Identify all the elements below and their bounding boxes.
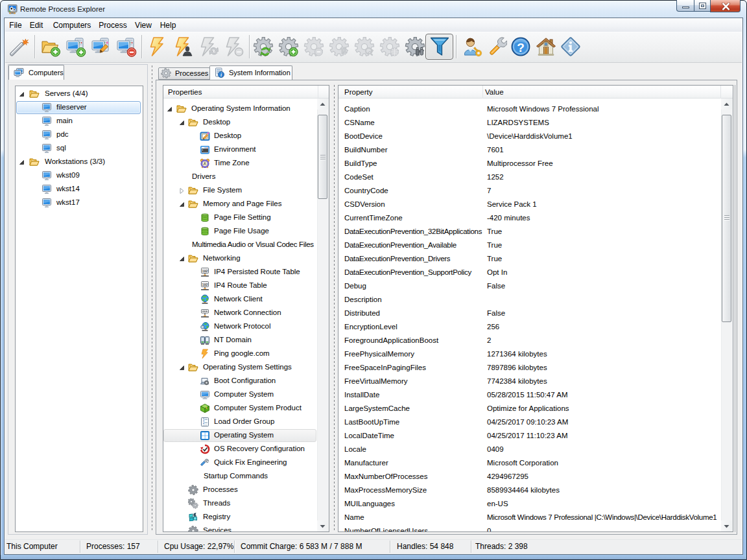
svg-text:192: 192 [202, 269, 208, 273]
svg-text:192: 192 [202, 283, 208, 286]
svg-text:2: 2 [203, 421, 205, 425]
svg-text:?: ? [517, 41, 525, 54]
